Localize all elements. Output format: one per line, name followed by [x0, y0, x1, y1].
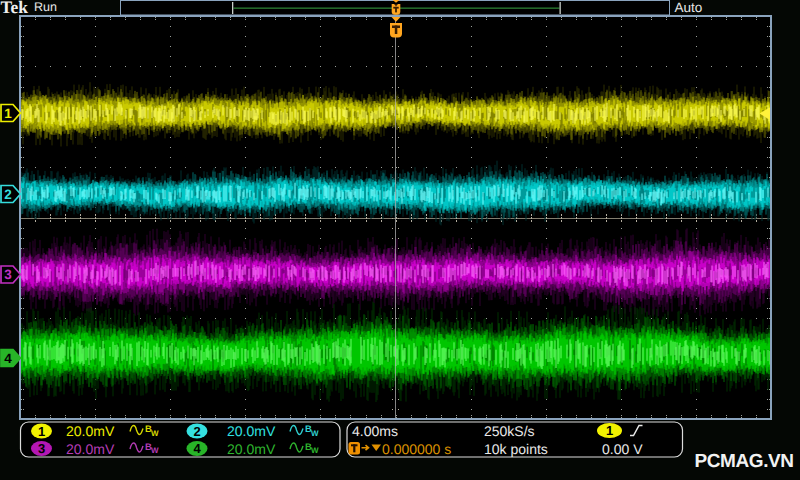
svg-text:3: 3 — [38, 441, 45, 456]
svg-text:4: 4 — [4, 351, 12, 366]
svg-text:4: 4 — [193, 441, 201, 456]
svg-text:1: 1 — [606, 423, 613, 438]
svg-text:1: 1 — [38, 424, 45, 439]
svg-text:W: W — [311, 446, 319, 455]
svg-text:1: 1 — [4, 106, 12, 121]
svg-text:W: W — [151, 429, 159, 438]
svg-text:W: W — [151, 446, 159, 455]
svg-text:2: 2 — [4, 187, 12, 202]
svg-text:3: 3 — [4, 267, 12, 282]
svg-text:W: W — [311, 429, 319, 438]
svg-text:2: 2 — [193, 424, 200, 439]
